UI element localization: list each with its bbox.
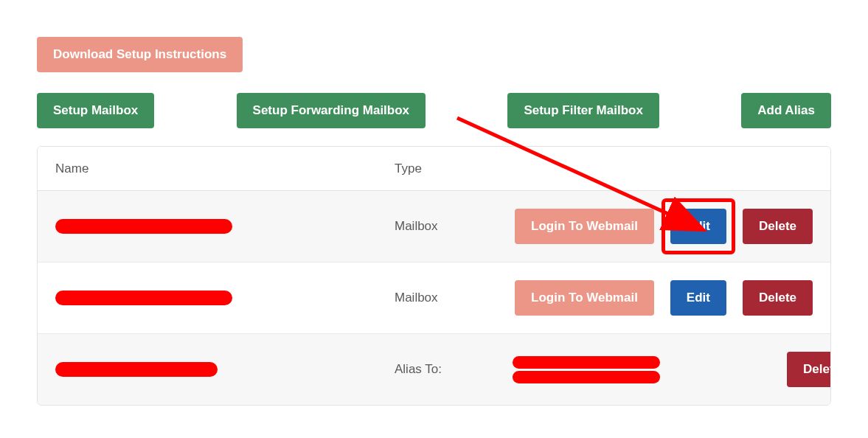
edit-button[interactable]: Edit bbox=[670, 209, 726, 244]
top-button-row: Download Setup Instructions bbox=[37, 37, 831, 72]
login-to-webmail-button[interactable]: Login To Webmail bbox=[515, 280, 654, 316]
login-to-webmail-button[interactable]: Login To Webmail bbox=[515, 209, 654, 244]
row-actions: Delete bbox=[513, 352, 831, 387]
setup-actions-row: Setup Mailbox Setup Forwarding Mailbox S… bbox=[37, 93, 831, 128]
setup-filter-mailbox-button[interactable]: Setup Filter Mailbox bbox=[507, 93, 659, 128]
column-header-type: Type bbox=[395, 161, 513, 176]
mailbox-table: Name Type Mailbox Login To Webmail Edit … bbox=[37, 146, 831, 406]
table-row: Mailbox Login To Webmail Edit Delete bbox=[38, 263, 830, 334]
delete-button[interactable]: Delete bbox=[787, 352, 831, 387]
mailbox-name-cell bbox=[55, 362, 395, 377]
mailbox-type-cell: Mailbox bbox=[395, 219, 513, 234]
row-actions: Login To Webmail Edit Delete bbox=[513, 280, 813, 316]
delete-button[interactable]: Delete bbox=[743, 280, 813, 316]
table-header-row: Name Type bbox=[38, 147, 830, 191]
column-header-name: Name bbox=[55, 161, 395, 176]
add-alias-button[interactable]: Add Alias bbox=[741, 93, 831, 128]
redacted-alias-target bbox=[513, 356, 660, 383]
download-setup-instructions-button[interactable]: Download Setup Instructions bbox=[37, 37, 243, 72]
setup-mailbox-button[interactable]: Setup Mailbox bbox=[37, 93, 154, 128]
mailbox-type-cell: Mailbox bbox=[395, 291, 513, 305]
redacted-name bbox=[55, 291, 232, 305]
edit-button[interactable]: Edit bbox=[670, 280, 726, 316]
mailbox-name-cell bbox=[55, 219, 395, 234]
redacted-name bbox=[55, 219, 232, 234]
mailbox-management-panel: Download Setup Instructions Setup Mailbo… bbox=[37, 37, 831, 406]
redacted-name bbox=[55, 362, 218, 377]
row-actions: Login To Webmail Edit Delete bbox=[513, 209, 813, 244]
delete-button[interactable]: Delete bbox=[743, 209, 813, 244]
edit-button-highlight-wrapper: Edit bbox=[670, 209, 726, 244]
mailbox-type-cell: Alias To: bbox=[395, 362, 513, 377]
setup-forwarding-mailbox-button[interactable]: Setup Forwarding Mailbox bbox=[237, 93, 426, 128]
table-row: Alias To: Delete bbox=[38, 334, 830, 405]
table-row: Mailbox Login To Webmail Edit Delete bbox=[38, 191, 830, 263]
mailbox-name-cell bbox=[55, 291, 395, 305]
